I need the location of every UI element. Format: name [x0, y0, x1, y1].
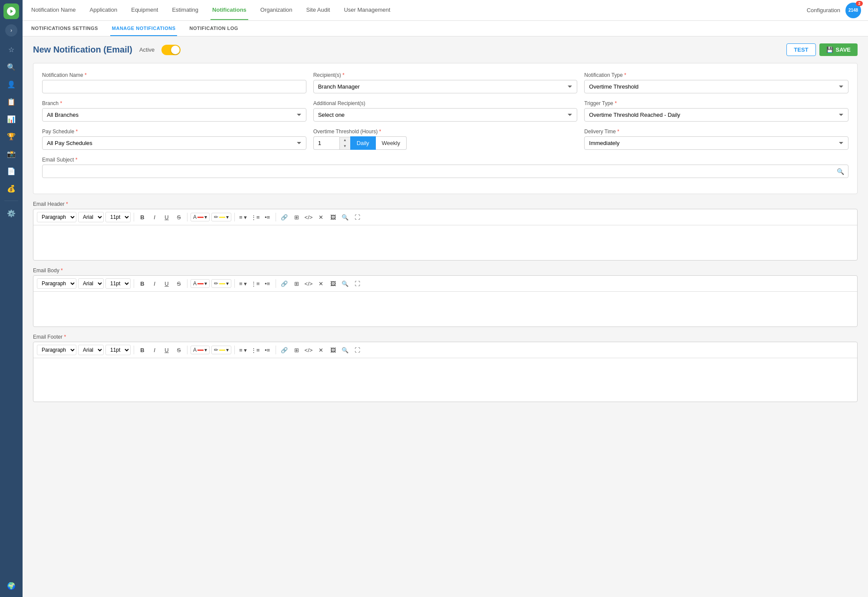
sidebar-icon-user[interactable]: 👤 [3, 76, 19, 92]
table-button-body[interactable]: ⊞ [291, 278, 302, 289]
sidebar-toggle[interactable]: › [5, 24, 17, 36]
test-button[interactable]: TEST [786, 43, 815, 56]
daily-button[interactable]: Daily [350, 136, 376, 150]
save-button[interactable]: 💾 SAVE [819, 43, 858, 56]
sidebar-icon-doc[interactable]: 📄 [3, 163, 19, 179]
code-button[interactable]: </> [303, 212, 314, 222]
image-button-body[interactable]: 🖼 [328, 278, 338, 289]
link-button-body[interactable]: 🔗 [279, 278, 289, 289]
highlight-color-button-footer[interactable]: ✏ ▾ [211, 346, 231, 354]
underline-button-footer[interactable]: U [161, 345, 172, 355]
align-button[interactable]: ≡ ▾ [238, 212, 248, 222]
email-subject-input[interactable] [42, 165, 848, 178]
remove-format-button-footer[interactable]: ✕ [316, 345, 326, 355]
sidebar-icon-search[interactable]: 🔍 [3, 59, 19, 75]
find-button[interactable]: 🔍 [340, 212, 350, 222]
overtime-spinner[interactable]: ▲ ▼ [339, 137, 350, 150]
sidebar-icon-settings[interactable]: ⚙️ [3, 205, 19, 221]
bold-button-footer[interactable]: B [137, 345, 148, 355]
weekly-button[interactable]: Weekly [376, 136, 407, 150]
nav-site-audit[interactable]: Site Audit [305, 0, 332, 20]
align-button-footer[interactable]: ≡ ▾ [238, 345, 248, 355]
remove-format-button-body[interactable]: ✕ [316, 278, 326, 289]
highlight-color-button[interactable]: ✏ ▾ [211, 213, 231, 221]
ordered-list-button[interactable]: ⋮≡ [250, 212, 260, 222]
fullscreen-button-footer[interactable]: ⛶ [352, 345, 362, 355]
nav-configuration[interactable]: Configuration [807, 7, 840, 13]
additional-recipients-select[interactable]: Select one [313, 108, 578, 122]
sidebar-icon-trophy[interactable]: 🏆 [3, 129, 19, 144]
spinner-up[interactable]: ▲ [340, 137, 350, 143]
sidebar-icon-globe[interactable]: 🌍 [3, 578, 19, 594]
italic-button-footer[interactable]: I [149, 345, 160, 355]
delivery-time-select[interactable]: Immediately [584, 136, 848, 150]
sidebar-icon-favorites[interactable]: ☆ [3, 42, 19, 57]
strikethrough-button-body[interactable]: S [174, 278, 184, 289]
user-badge[interactable]: 2148 2 [845, 3, 861, 18]
paragraph-style-select-body[interactable]: Paragraph [37, 278, 76, 289]
font-color-button[interactable]: A ▾ [191, 213, 210, 221]
nav-user-management[interactable]: User Management [342, 0, 392, 20]
bold-button[interactable]: B [137, 212, 148, 222]
font-size-select[interactable]: 11pt [105, 212, 131, 222]
ordered-list-button-footer[interactable]: ⋮≡ [250, 345, 260, 355]
font-color-button-body[interactable]: A ▾ [191, 279, 210, 288]
nav-favorites[interactable]: Notification Name [30, 0, 78, 20]
spinner-down[interactable]: ▼ [340, 143, 350, 149]
active-toggle[interactable] [161, 45, 181, 55]
font-select-footer[interactable]: Arial [78, 345, 104, 355]
highlight-color-button-body[interactable]: ✏ ▾ [211, 279, 231, 288]
recipients-select[interactable]: Branch Manager [313, 80, 578, 93]
font-select[interactable]: Arial [78, 212, 104, 222]
nav-estimating[interactable]: Estimating [170, 0, 200, 20]
unordered-list-button-footer[interactable]: •≡ [262, 345, 273, 355]
underline-button-body[interactable]: U [161, 278, 172, 289]
subnav-manage-notifications[interactable]: Manage Notifications [110, 21, 178, 36]
find-button-footer[interactable]: 🔍 [340, 345, 350, 355]
unordered-list-button-body[interactable]: •≡ [262, 278, 273, 289]
strikethrough-button[interactable]: S [174, 212, 184, 222]
ordered-list-button-body[interactable]: ⋮≡ [250, 278, 260, 289]
nav-organization[interactable]: Organization [259, 0, 294, 20]
table-button-footer[interactable]: ⊞ [291, 345, 302, 355]
trigger-type-select[interactable]: Overtime Threshold Reached - Daily [584, 108, 848, 122]
font-select-body[interactable]: Arial [78, 278, 104, 289]
align-button-body[interactable]: ≡ ▾ [238, 278, 248, 289]
image-button[interactable]: 🖼 [328, 212, 338, 222]
sidebar-icon-camera[interactable]: 📸 [3, 146, 19, 162]
fullscreen-button-body[interactable]: ⛶ [352, 278, 362, 289]
email-header-body[interactable] [33, 225, 857, 260]
notification-name-input[interactable] [42, 80, 306, 93]
underline-button[interactable]: U [161, 212, 172, 222]
code-button-footer[interactable]: </> [303, 345, 314, 355]
find-button-body[interactable]: 🔍 [340, 278, 350, 289]
sidebar-icon-money[interactable]: 💰 [3, 181, 19, 196]
table-button[interactable]: ⊞ [291, 212, 302, 222]
branch-select[interactable]: All Branches [42, 108, 306, 122]
nav-notifications[interactable]: Notifications [210, 0, 248, 20]
remove-format-button[interactable]: ✕ [316, 212, 326, 222]
subnav-notifications-settings[interactable]: Notifications Settings [30, 21, 100, 36]
font-color-button-footer[interactable]: A ▾ [191, 346, 210, 354]
subnav-notification-log[interactable]: Notification Log [187, 21, 240, 36]
pay-schedule-select[interactable]: All Pay Schedules [42, 136, 306, 150]
nav-application[interactable]: Application [88, 0, 119, 20]
paragraph-style-select-footer[interactable]: Paragraph [37, 345, 76, 355]
overtime-hours-input[interactable] [313, 136, 339, 150]
fullscreen-button[interactable]: ⛶ [352, 212, 362, 222]
nav-equipment[interactable]: Equipment [129, 0, 160, 20]
image-button-footer[interactable]: 🖼 [328, 345, 338, 355]
unordered-list-button[interactable]: •≡ [262, 212, 273, 222]
email-footer-content[interactable] [33, 358, 857, 402]
italic-button[interactable]: I [149, 212, 160, 222]
link-button-footer[interactable]: 🔗 [279, 345, 289, 355]
bold-button-body[interactable]: B [137, 278, 148, 289]
italic-button-body[interactable]: I [149, 278, 160, 289]
font-size-select-footer[interactable]: 11pt [105, 345, 131, 355]
email-body-content[interactable] [33, 292, 857, 327]
link-button[interactable]: 🔗 [279, 212, 289, 222]
code-button-body[interactable]: </> [303, 278, 314, 289]
font-size-select-body[interactable]: 11pt [105, 278, 131, 289]
notification-type-select[interactable]: Overtime Threshold [584, 80, 848, 93]
sidebar-icon-chart[interactable]: 📊 [3, 111, 19, 127]
